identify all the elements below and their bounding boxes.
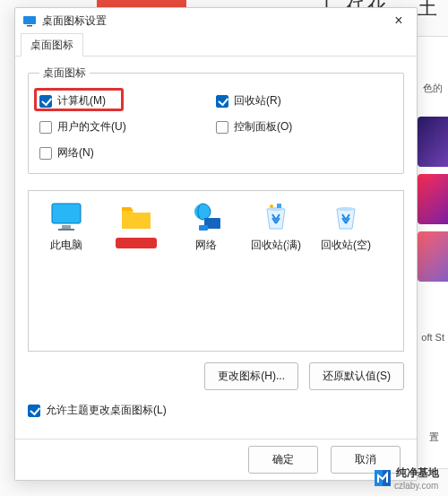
svg-point-9 <box>267 207 285 211</box>
checkbox-user-files[interactable]: 用户的文件(U) <box>39 119 216 135</box>
checkbox-label: 控制面板(O) <box>234 119 292 135</box>
checkbox-label: 计算机(M) <box>57 93 106 109</box>
ok-button[interactable]: 确定 <box>248 446 318 474</box>
checkbox-icon <box>216 121 228 134</box>
checkbox-grid: 计算机(M) 回收站(R) 用户的文件(U) 控制面板(O) 网络(N) <box>39 93 392 161</box>
recycle-full-icon <box>260 202 292 232</box>
monitor-icon <box>50 202 82 232</box>
bg-thumb-1 <box>418 117 448 167</box>
icon-recycle-empty[interactable]: 回收站(空) <box>314 202 378 253</box>
desktop-icon-settings-dialog: 桌面图标设置 × 桌面图标 桌面图标 计算机(M) 回收站(R) 用户的文件 <box>14 7 418 481</box>
bg-text-gear: 置 <box>429 431 439 444</box>
checkbox-icon <box>39 147 52 160</box>
svg-rect-11 <box>277 204 281 208</box>
svg-rect-4 <box>62 225 71 229</box>
folder-icon <box>120 202 152 232</box>
bg-thumb-2 <box>418 174 448 224</box>
icon-user-folder[interactable] <box>104 202 168 248</box>
watermark: 纯净基地 czlaby.com <box>375 466 439 491</box>
checkbox-icon <box>39 121 52 134</box>
icon-label: 网络 <box>195 238 217 253</box>
app-icon <box>22 13 37 28</box>
checkbox-control-panel[interactable]: 控制面板(O) <box>216 119 392 135</box>
watermark-logo-icon <box>375 470 391 486</box>
tab-bar: 桌面图标 <box>15 33 417 57</box>
svg-rect-0 <box>23 16 36 24</box>
svg-rect-2 <box>52 204 81 223</box>
close-button[interactable]: × <box>384 10 413 31</box>
checkbox-icon <box>39 95 52 108</box>
dialog-footer: 确定 取消 <box>15 439 417 480</box>
icon-this-pc[interactable]: 此电脑 <box>34 202 99 253</box>
tab-desktop-icons[interactable]: 桌面图标 <box>21 33 83 57</box>
watermark-name: 纯净基地 <box>396 466 439 481</box>
change-icon-button[interactable]: 更改图标(H)... <box>204 362 298 390</box>
group-legend: 桌面图标 <box>39 65 90 81</box>
icon-network[interactable]: 网络 <box>174 202 238 253</box>
recycle-empty-icon <box>330 202 362 232</box>
svg-rect-1 <box>27 25 32 27</box>
icon-label: 回收站(满) <box>251 238 301 253</box>
svg-point-10 <box>270 204 273 208</box>
checkbox-label: 用户的文件(U) <box>57 119 126 135</box>
dialog-title: 桌面图标设置 <box>42 13 384 29</box>
icon-preview-area: 此电脑 网络 回收站(满) <box>28 190 404 352</box>
icon-buttons-row: 更改图标(H)... 还原默认值(S) <box>28 362 404 390</box>
checkbox-label: 网络(N) <box>57 145 94 161</box>
icon-label: 回收站(空) <box>321 238 371 253</box>
redacted-label <box>116 238 157 248</box>
icon-recycle-full[interactable]: 回收站(满) <box>244 202 308 253</box>
svg-rect-5 <box>58 229 74 231</box>
checkbox-recycle-bin[interactable]: 回收站(R) <box>216 93 392 109</box>
network-icon <box>190 202 222 232</box>
bg-red-tab <box>97 0 186 7</box>
watermark-url: czlaby.com <box>394 481 439 491</box>
checkbox-network[interactable]: 网络(N) <box>39 145 216 161</box>
icon-label: 此电脑 <box>50 238 82 253</box>
bg-panel-text: 色的 <box>423 82 443 95</box>
title-bar: 桌面图标设置 × <box>15 8 417 33</box>
bg-thumb-3 <box>418 231 448 282</box>
desktop-icons-group: 桌面图标 计算机(M) 回收站(R) 用户的文件(U) 控制面 <box>28 65 404 174</box>
svg-point-12 <box>337 207 355 211</box>
allow-theme-checkbox[interactable]: 允许主题更改桌面图标(L) <box>28 403 404 418</box>
svg-rect-8 <box>199 225 208 231</box>
bg-text-st: oft St <box>421 332 444 343</box>
checkbox-computer[interactable]: 计算机(M) <box>39 93 216 109</box>
checkbox-icon <box>216 95 228 108</box>
checkbox-label: 允许主题更改桌面图标(L) <box>46 403 167 418</box>
restore-default-button[interactable]: 还原默认值(S) <box>309 362 404 390</box>
checkbox-icon <box>28 405 40 417</box>
checkbox-label: 回收站(R) <box>234 93 281 109</box>
dialog-content: 桌面图标 计算机(M) 回收站(R) 用户的文件(U) 控制面 <box>15 57 417 427</box>
